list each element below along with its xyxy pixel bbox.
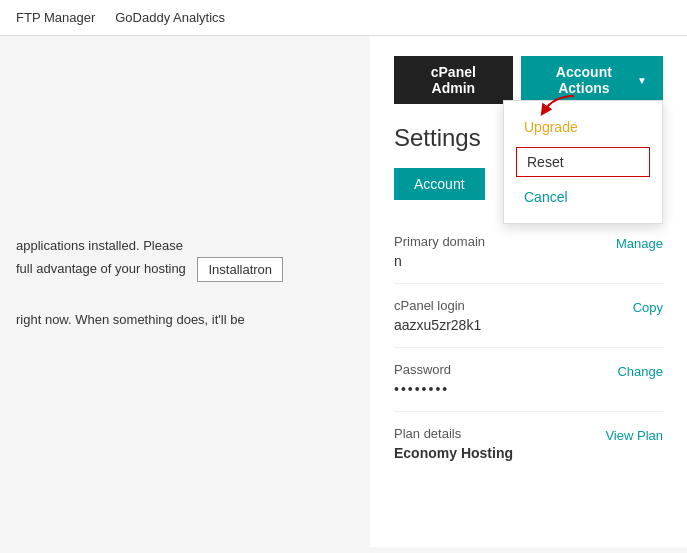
cpanel-admin-button[interactable]: cPanel Admin [394,56,513,104]
password-value: •••••••• [394,381,451,397]
nav-godaddy-analytics[interactable]: GoDaddy Analytics [115,10,225,25]
primary-domain-value: n [394,253,485,269]
account-actions-dropdown: Upgrade Reset Cancel [503,100,663,224]
left-text-block: applications installed. Please full adva… [16,236,354,282]
chevron-down-icon: ▼ [637,75,647,86]
dropdown-reset[interactable]: Reset [516,147,650,177]
tab-account[interactable]: Account [394,168,485,200]
left-bottom-text: right now. When something does, it'll be [16,312,354,327]
settings-item-cpanel-login: cPanel login aazxu5zr28k1 Copy [394,284,663,348]
primary-domain-label: Primary domain [394,234,485,249]
main-content: applications installed. Please full adva… [0,36,687,547]
plan-details-view[interactable]: View Plan [605,428,663,443]
plan-details-label: Plan details [394,426,513,441]
top-nav: FTP Manager GoDaddy Analytics [0,0,687,36]
left-panel: applications installed. Please full adva… [0,36,370,547]
header-buttons: cPanel Admin Account Actions ▼ [394,56,663,104]
settings-item-plan-details: Plan details Economy Hosting View Plan [394,412,663,475]
settings-item-password: Password •••••••• Change [394,348,663,412]
dropdown-cancel[interactable]: Cancel [504,179,662,215]
settings-items: Primary domain n Manage cPanel login aaz… [394,220,663,475]
cpanel-login-value: aazxu5zr28k1 [394,317,481,333]
password-change[interactable]: Change [617,364,663,379]
cpanel-login-copy[interactable]: Copy [633,300,663,315]
left-text-line2: full advantage of your hosting [16,261,186,276]
red-arrow-svg [534,91,584,121]
arrow-annotation [534,91,584,124]
plan-details-value: Economy Hosting [394,445,513,461]
cpanel-login-label: cPanel login [394,298,481,313]
password-label: Password [394,362,451,377]
installatron-button[interactable]: Installatron [197,257,283,282]
nav-ftp-manager[interactable]: FTP Manager [16,10,95,25]
right-panel: cPanel Admin Account Actions ▼ [370,36,687,547]
settings-item-primary-domain: Primary domain n Manage [394,220,663,284]
left-text-line1: applications installed. Please [16,238,183,253]
primary-domain-manage[interactable]: Manage [616,236,663,251]
